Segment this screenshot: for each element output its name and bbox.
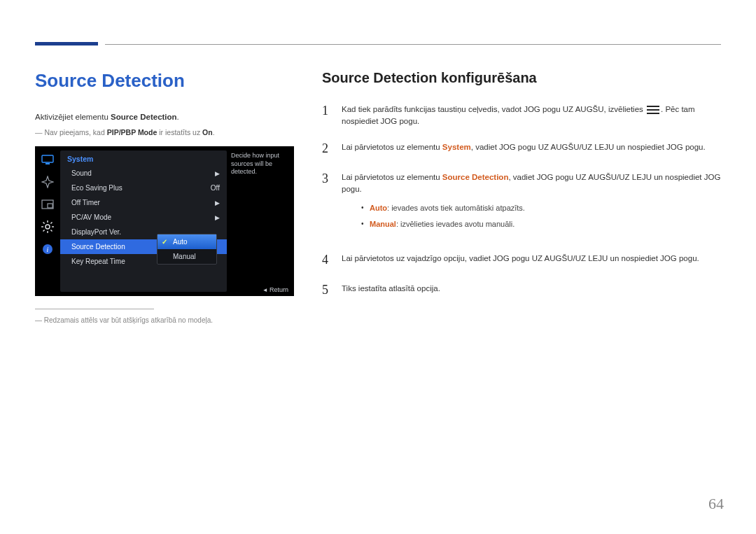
osd-row-offtimer: Off Timer▶ xyxy=(60,195,227,210)
right-column: Source Detection konfigurēšana 1 Kad tie… xyxy=(322,70,721,324)
svg-line-12 xyxy=(43,230,45,231)
svg-line-11 xyxy=(50,230,52,231)
caret-icon: ▶ xyxy=(215,214,220,221)
separator xyxy=(35,309,154,309)
note-prefix: Nav pieejams, kad xyxy=(44,128,106,136)
note-on: On xyxy=(202,128,213,136)
info-icon: i xyxy=(41,244,54,254)
popup-option-manual: Manual xyxy=(158,249,216,264)
osd-help-text: Decide how input sources will be detecte… xyxy=(227,146,294,296)
monitor-icon xyxy=(41,155,54,164)
step-body: Lai pārvietotos uz elementu Source Detec… xyxy=(342,169,721,240)
menu-icon xyxy=(647,106,659,114)
option-manual: Manual: izvēlieties ievades avotu manuāl… xyxy=(361,218,721,230)
page-number: 64 xyxy=(708,495,724,513)
step-body: Tiks iestatīta atlasītā opcija. xyxy=(342,281,721,300)
step-body: Lai pārvietotos uz elementu System, vadi… xyxy=(342,139,721,158)
intro-text: Aktivizējiet elementu Source Detection. xyxy=(35,113,294,121)
svg-point-5 xyxy=(46,225,50,229)
cross-icon xyxy=(41,177,54,187)
caret-icon: ▶ xyxy=(215,199,220,206)
left-column: Source Detection Aktivizējiet elementu S… xyxy=(35,70,294,324)
note-mid: ir iestatīts uz xyxy=(157,128,202,136)
note-end: . xyxy=(213,128,215,136)
step-number: 4 xyxy=(322,251,332,269)
step-3: 3 Lai pārvietotos uz elementu Source Det… xyxy=(322,169,721,240)
intro-prefix: Aktivizējiet elementu xyxy=(35,113,111,121)
svg-rect-0 xyxy=(42,155,53,162)
section-title: Source Detection konfigurēšana xyxy=(322,70,721,86)
header-rule xyxy=(105,44,721,45)
osd-menu-title: System xyxy=(60,150,227,166)
svg-line-13 xyxy=(50,223,52,224)
step-5: 5 Tiks iestatīta atlasītā opcija. xyxy=(322,281,721,300)
step-number: 3 xyxy=(322,169,332,240)
intro-suffix: . xyxy=(177,113,179,121)
page-content: Source Detection Aktivizējiet elementu S… xyxy=(35,70,721,324)
step-number: 5 xyxy=(322,281,332,300)
osd-iconbar: i xyxy=(35,146,60,296)
popup-option-auto: Auto xyxy=(158,234,216,249)
svg-marker-2 xyxy=(42,176,53,188)
osd-menu: System Sound▶ Eco Saving PlusOff Off Tim… xyxy=(60,150,227,292)
option-list: Auto: ievades avots tiek automātiski atp… xyxy=(361,202,721,230)
svg-text:i: i xyxy=(47,246,49,253)
caret-icon: ▶ xyxy=(215,170,220,177)
osd-return-label: Return xyxy=(262,286,288,293)
step-number: 1 xyxy=(322,101,332,128)
step-number: 2 xyxy=(322,139,332,158)
osd-row-sound: Sound▶ xyxy=(60,166,227,181)
page-title: Source Detection xyxy=(35,70,294,92)
availability-note: Nav pieejams, kad PIP/PBP Mode ir iestat… xyxy=(35,128,294,136)
gear-icon xyxy=(41,222,54,232)
image-disclaimer: Redzamais attēls var būt atšķirīgs atkar… xyxy=(35,316,294,324)
pip-icon xyxy=(41,199,54,209)
osd-row-eco: Eco Saving PlusOff xyxy=(60,181,227,195)
term-system: System xyxy=(442,143,471,151)
step-4: 4 Lai pārvietotos uz vajadzīgo opciju, v… xyxy=(322,251,721,269)
header-accent-bar xyxy=(35,42,98,45)
step-1: 1 Kad tiek parādīts funkcijas taustiņu c… xyxy=(322,101,721,128)
osd-row-pcav: PC/AV Mode▶ xyxy=(60,210,227,225)
osd-screenshot: i System Sound▶ Eco Saving PlusOff Off T… xyxy=(35,146,294,296)
step-body: Kad tiek parādīts funkcijas taustiņu ceļ… xyxy=(342,101,721,128)
intro-bold: Source Detection xyxy=(111,113,177,121)
osd-popup: Auto Manual xyxy=(157,234,217,265)
svg-line-10 xyxy=(43,223,45,224)
svg-rect-4 xyxy=(48,204,52,208)
step-body: Lai pārvietotos uz vajadzīgo opciju, vad… xyxy=(342,251,721,269)
svg-rect-1 xyxy=(46,163,50,164)
option-auto: Auto: ievades avots tiek automātiski atp… xyxy=(361,202,721,214)
note-bold-mode: PIP/PBP Mode xyxy=(107,128,158,136)
term-source-detection: Source Detection xyxy=(442,173,509,181)
step-2: 2 Lai pārvietotos uz elementu System, va… xyxy=(322,139,721,158)
